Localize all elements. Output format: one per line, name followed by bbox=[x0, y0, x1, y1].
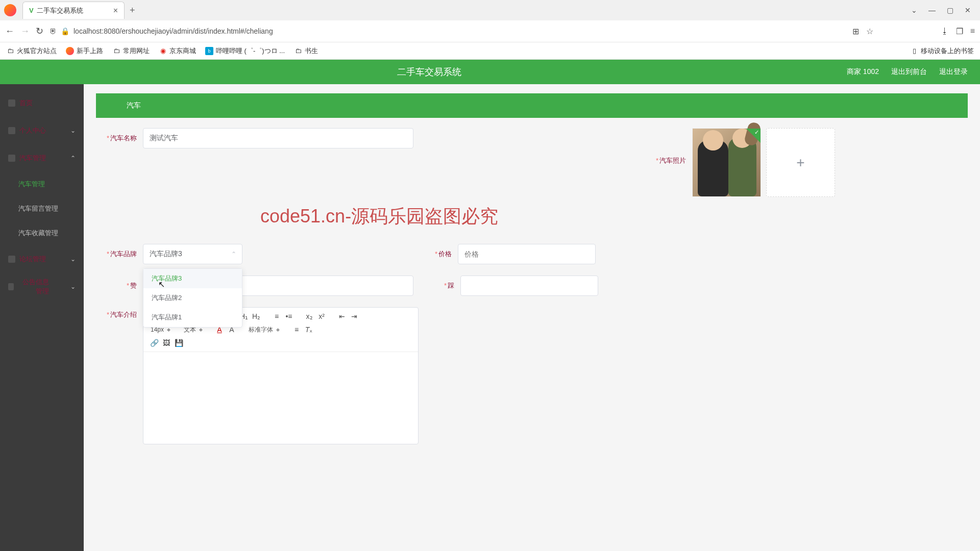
sidebar-item-car-mgmt[interactable]: 汽车管理⌃ bbox=[0, 144, 84, 172]
url-text: localhost:8080/ershouchejiaoyi/admin/dis… bbox=[74, 27, 273, 35]
firefox-icon bbox=[66, 47, 74, 55]
bilibili-icon: b bbox=[205, 47, 213, 55]
close-icon[interactable]: × bbox=[113, 6, 118, 15]
dropdown-option[interactable]: 汽车品牌1 bbox=[143, 308, 242, 327]
sidebar-item-home[interactable]: 首页 bbox=[0, 89, 84, 117]
chevron-up-icon: ⌃ bbox=[70, 155, 76, 162]
bookmark-item[interactable]: 🗀常用网址 bbox=[112, 46, 150, 56]
star-icon[interactable]: ☆ bbox=[866, 27, 873, 36]
close-window-icon[interactable]: ✕ bbox=[965, 6, 971, 14]
folder-icon: 🗀 bbox=[112, 47, 120, 55]
dropdown-option[interactable]: 汽车品牌2 bbox=[143, 288, 242, 308]
maximize-icon[interactable]: ▢ bbox=[947, 6, 953, 14]
upload-add-button[interactable]: + bbox=[766, 128, 835, 197]
brand-select[interactable] bbox=[143, 244, 242, 264]
content-area: 汽车 *汽车名称 *汽车照片 + bbox=[84, 84, 980, 551]
plus-icon: + bbox=[796, 155, 804, 171]
reload-icon[interactable]: ↻ bbox=[36, 26, 43, 37]
outdent-icon[interactable]: ⇤ bbox=[336, 311, 348, 322]
folder-icon: 🗀 bbox=[6, 47, 14, 55]
bookmarks-bar: 🗀火狐官方站点 新手上路 🗀常用网址 ◉京东商城 b哔哩哔哩 (゜-゜)つロ .… bbox=[0, 42, 980, 59]
content-tab[interactable]: 汽车 bbox=[96, 93, 968, 118]
bookmark-item[interactable]: ◉京东商城 bbox=[159, 46, 196, 56]
logout-button[interactable]: 退出登录 bbox=[939, 67, 968, 77]
chevron-down-icon[interactable]: ⌄ bbox=[911, 6, 917, 14]
app-title: 二手车交易系统 bbox=[12, 66, 847, 78]
sidebar-item-personal[interactable]: 个人中心⌄ bbox=[0, 117, 84, 144]
bookmark-item[interactable]: 🗀火狐官方站点 bbox=[6, 46, 57, 56]
name-label: *汽车名称 bbox=[96, 134, 137, 143]
tab-bar: V 二手车交易系统 × + ⌄ — ▢ ✕ bbox=[0, 0, 980, 20]
sidebar-item-forum[interactable]: 论坛管理⌄ bbox=[0, 245, 84, 273]
firefox-logo-icon bbox=[4, 4, 16, 16]
new-tab-button[interactable]: + bbox=[130, 5, 135, 16]
jd-icon: ◉ bbox=[159, 47, 167, 55]
bookmark-item[interactable]: 新手上路 bbox=[66, 46, 103, 56]
extension-icon[interactable]: ❐ bbox=[956, 27, 963, 36]
editor-body[interactable] bbox=[143, 352, 418, 444]
dropdown-option[interactable]: 汽车品牌3 bbox=[143, 269, 242, 288]
clearformat-icon[interactable]: Tₓ bbox=[303, 324, 314, 335]
image-icon[interactable]: 🖼 bbox=[161, 337, 172, 348]
save-icon[interactable]: 💾 bbox=[173, 337, 184, 348]
exit-front-button[interactable]: 退出到前台 bbox=[891, 67, 927, 77]
app-header: 二手车交易系统 商家 1002 退出到前台 退出登录 bbox=[0, 60, 980, 84]
price-input[interactable] bbox=[458, 244, 596, 264]
brand-dropdown: 汽车品牌3 汽车品牌2 汽车品牌1 bbox=[143, 268, 242, 328]
sidebar-item-notice[interactable]: 公告信息管理⌄ bbox=[0, 273, 84, 300]
sidebar-sub-car[interactable]: 汽车管理 bbox=[0, 172, 84, 196]
forward-icon[interactable]: → bbox=[20, 26, 30, 37]
menu-icon[interactable]: ≡ bbox=[970, 27, 975, 36]
like-label: *赞 bbox=[112, 281, 137, 290]
user-icon bbox=[8, 127, 15, 134]
folder-icon: 🗀 bbox=[294, 47, 302, 55]
bookmark-item[interactable]: b哔哩哔哩 (゜-゜)つロ ... bbox=[205, 46, 285, 56]
address-bar: ← → ↻ ⛨ 🔒 localhost:8080/ershouchejiaoyi… bbox=[0, 20, 980, 42]
rich-editor: B I U S ❝ </> H₁ H₂ ≡ •≡ bbox=[143, 307, 419, 444]
forum-icon bbox=[8, 256, 15, 263]
download-icon[interactable]: ⭳ bbox=[941, 27, 949, 36]
chevron-down-icon: ⌄ bbox=[70, 127, 76, 134]
price-label: *价格 bbox=[426, 249, 452, 259]
browser-tab[interactable]: V 二手车交易系统 × bbox=[22, 2, 125, 19]
ul-icon[interactable]: •≡ bbox=[283, 311, 295, 322]
shield-icon: ⛨ bbox=[50, 27, 57, 35]
h2-icon[interactable]: H₂ bbox=[251, 311, 262, 322]
bookmark-mobile[interactable]: ▯移动设备上的书签 bbox=[910, 46, 974, 56]
chevron-down-icon: ⌄ bbox=[70, 283, 76, 290]
intro-label: *汽车介绍 bbox=[96, 310, 137, 319]
bookmark-item[interactable]: 🗀书生 bbox=[294, 46, 318, 56]
chevron-down-icon: ⌄ bbox=[70, 256, 76, 263]
chevron-up-icon: ⌃ bbox=[231, 251, 236, 258]
brand-label: *汽车品牌 bbox=[96, 249, 137, 259]
photo-label: *汽车照片 bbox=[645, 156, 686, 165]
subscript-icon[interactable]: x₂ bbox=[304, 311, 315, 322]
sidebar-sub-favorite[interactable]: 汽车收藏管理 bbox=[0, 221, 84, 245]
merchant-label[interactable]: 商家 1002 bbox=[847, 67, 879, 77]
upload-preview[interactable] bbox=[692, 128, 761, 197]
lock-icon: 🔒 bbox=[61, 27, 69, 35]
dislike-label: *踩 bbox=[429, 281, 454, 290]
home-icon bbox=[8, 99, 15, 107]
car-icon bbox=[8, 155, 15, 162]
indent-icon[interactable]: ⇥ bbox=[349, 311, 360, 322]
browser-chrome: V 二手车交易系统 × + ⌄ — ▢ ✕ ← → ↻ ⛨ 🔒 localhos… bbox=[0, 0, 980, 60]
back-icon[interactable]: ← bbox=[5, 26, 14, 37]
notice-icon bbox=[8, 283, 14, 290]
window-controls: ⌄ — ▢ ✕ bbox=[911, 6, 976, 14]
fontfamily-select[interactable]: 标准字体◆ bbox=[247, 324, 282, 335]
ol-icon[interactable]: ≡ bbox=[271, 311, 282, 322]
sidebar: 首页 个人中心⌄ 汽车管理⌃ 汽车管理 汽车留言管理 汽车收藏管理 论坛管理⌄ … bbox=[0, 84, 84, 551]
name-input[interactable] bbox=[143, 128, 413, 148]
link-icon[interactable]: 🔗 bbox=[149, 337, 160, 348]
qr-icon[interactable]: ⊞ bbox=[852, 27, 859, 36]
vue-icon: V bbox=[29, 7, 34, 14]
dislike-input[interactable] bbox=[460, 276, 598, 296]
tab-title: 二手车交易系统 bbox=[37, 6, 83, 15]
mobile-icon: ▯ bbox=[910, 47, 918, 55]
superscript-icon[interactable]: x² bbox=[316, 311, 327, 322]
url-box[interactable]: ⛨ 🔒 localhost:8080/ershouchejiaoyi/admin… bbox=[50, 27, 846, 35]
sidebar-sub-message[interactable]: 汽车留言管理 bbox=[0, 196, 84, 221]
align-icon[interactable]: ≡ bbox=[291, 324, 302, 335]
minimize-icon[interactable]: — bbox=[928, 6, 936, 14]
